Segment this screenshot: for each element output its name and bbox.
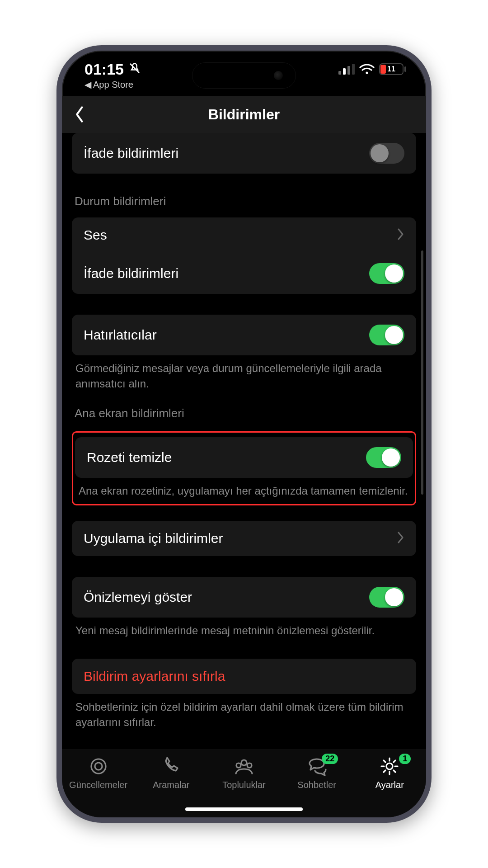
row-reaction-notifs-status[interactable]: İfade bildirimleri	[72, 253, 416, 294]
svg-point-5	[91, 759, 106, 774]
volume-up-button	[56, 227, 58, 277]
svg-rect-0	[338, 71, 341, 75]
row-label: Uygulama içi bildirimler	[84, 531, 223, 546]
row-reaction-notifs-top[interactable]: İfade bildirimleri	[72, 133, 416, 174]
settings-scroll[interactable]: İfade bildirimleri Durum bildirimleri Se…	[62, 133, 426, 750]
tab-label: Aramalar	[153, 780, 189, 790]
status-back-to-app[interactable]: ◀ App Store	[84, 79, 141, 90]
svg-rect-3	[352, 64, 355, 75]
iphone-frame: 01:15 ◀ App Store	[56, 45, 432, 823]
footer-show-preview: Yeni mesaj bildirimlerinde mesaj metnini…	[72, 618, 416, 638]
row-show-preview[interactable]: Önizlemeyi göster	[72, 577, 416, 618]
footer-clear-badge: Ana ekran rozetiniz, uygulamayı her açtı…	[75, 478, 413, 501]
svg-rect-1	[343, 68, 346, 75]
tab-chats-badge: 22	[322, 754, 338, 764]
row-label: Rozeti temizle	[87, 450, 172, 465]
row-label: Hatırlatıcılar	[84, 327, 157, 343]
status-time: 01:15	[84, 61, 124, 78]
back-caret-icon: ◀	[84, 79, 91, 90]
row-clear-badge[interactable]: Rozeti temizle	[75, 437, 413, 478]
svg-point-7	[241, 760, 247, 765]
row-label: Ses	[84, 227, 107, 243]
svg-point-6	[95, 763, 102, 770]
row-reminders[interactable]: Hatırlatıcılar	[72, 315, 416, 355]
chevron-right-icon	[397, 532, 404, 545]
power-button	[430, 250, 432, 326]
tab-settings[interactable]: 1 Ayarlar	[356, 756, 423, 790]
toggle-show-preview[interactable]	[369, 587, 404, 608]
footer-reset-notifs: Sohbetleriniz için özel bildirim ayarlar…	[72, 694, 416, 730]
svg-point-9	[247, 763, 252, 768]
battery-percent: 11	[379, 63, 404, 75]
battery-indicator: 11	[379, 63, 404, 75]
row-in-app-notifs[interactable]: Uygulama içi bildirimler	[72, 521, 416, 556]
nav-back-button[interactable]	[69, 104, 91, 125]
toggle-reaction-notifs-status[interactable]	[369, 263, 404, 284]
tab-updates[interactable]: Güncellemeler	[65, 756, 132, 790]
section-home-screen: Ana ekran bildirimleri	[72, 402, 416, 424]
home-indicator[interactable]	[185, 807, 303, 811]
tab-calls[interactable]: Aramalar	[137, 756, 205, 790]
svg-point-8	[236, 763, 241, 768]
tab-label: Ayarlar	[375, 780, 404, 790]
tab-label: Topluluklar	[222, 780, 266, 790]
volume-down-button	[56, 290, 58, 340]
cellular-icon	[338, 64, 355, 75]
row-reset-notifs[interactable]: Bildirim ayarlarını sıfırla	[72, 659, 416, 694]
section-status-notifs: Durum bildirimleri	[72, 190, 416, 212]
toggle-reminders[interactable]	[369, 325, 404, 345]
chevron-right-icon	[397, 228, 404, 242]
dynamic-island	[192, 62, 296, 89]
row-label: Bildirim ayarlarını sıfırla	[84, 669, 225, 684]
toggle-reaction-notifs-top[interactable]	[369, 143, 404, 164]
wifi-icon	[359, 64, 375, 75]
nav-title: Bildirimler	[208, 106, 280, 123]
nav-header: Bildirimler	[62, 96, 426, 133]
scrollbar-thumb[interactable]	[421, 250, 423, 495]
row-sound[interactable]: Ses	[72, 217, 416, 253]
tab-label: Sohbetler	[297, 780, 336, 790]
tab-settings-badge: 1	[399, 754, 411, 764]
svg-point-4	[366, 71, 368, 74]
tab-communities[interactable]: Topluluklar	[210, 756, 278, 790]
toggle-clear-badge[interactable]	[366, 447, 401, 468]
silent-icon	[128, 61, 141, 78]
row-label: İfade bildirimleri	[84, 146, 178, 161]
footer-reminders: Görmediğiniz mesajlar veya durum güncell…	[72, 355, 416, 391]
svg-rect-2	[347, 66, 350, 75]
tab-label: Güncellemeler	[69, 780, 127, 790]
mute-switch	[56, 186, 58, 209]
row-label: Önizlemeyi göster	[84, 590, 192, 605]
svg-point-10	[386, 763, 393, 769]
tab-chats[interactable]: 22 Sohbetler	[283, 756, 351, 790]
annotation-highlight: Rozeti temizle Ana ekran rozetiniz, uygu…	[72, 431, 416, 505]
row-label: İfade bildirimleri	[84, 266, 178, 281]
status-back-label: App Store	[93, 80, 133, 90]
